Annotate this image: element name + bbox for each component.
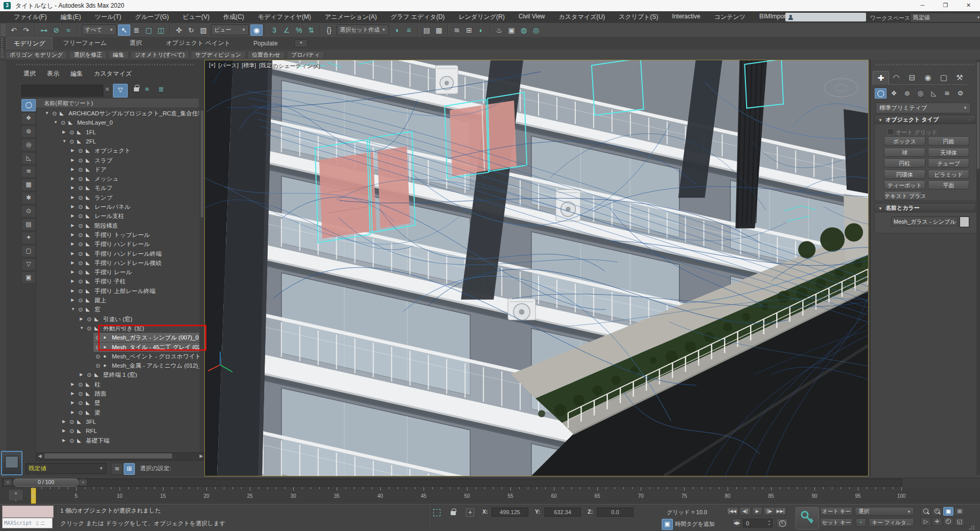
visibility-eye-icon[interactable]: ⊙ — [78, 211, 83, 221]
primitive-button-チューブ[interactable]: チューブ — [928, 159, 969, 167]
collapse-icon[interactable]: ▼ — [62, 137, 66, 146]
unlink-selection-icon[interactable]: ⊘ — [50, 25, 62, 36]
tab-create[interactable]: ✚ — [873, 71, 889, 85]
tree-row[interactable]: ⊙●Mesh_ペイント - グロスホワイト (006) — [36, 352, 199, 361]
visibility-eye-icon[interactable]: ⊙ — [69, 417, 74, 426]
tree-node-label[interactable]: Mesh_金属 - アルミニウム (012)_0 — [112, 361, 199, 370]
tree-row[interactable]: ▶⊙◣蹴上 — [36, 296, 199, 305]
autogrid-checkbox[interactable] — [888, 129, 894, 135]
tree-node-label[interactable]: メッシュ — [95, 174, 199, 183]
expand-icon[interactable]: ▶ — [71, 202, 74, 211]
expand-icon[interactable]: ▶ — [71, 174, 74, 183]
selection-filter-dropdown[interactable]: すべて▼ — [82, 25, 116, 35]
new-key-settings-icon[interactable]: ≈ — [856, 518, 866, 527]
object-type-rollout-header[interactable]: ▼オブジェクト タイプ⋯ — [874, 115, 976, 124]
visibility-eye-icon[interactable]: ⊙ — [78, 230, 83, 239]
expand-icon[interactable]: ▶ — [71, 230, 74, 239]
tree-row[interactable]: ▼⊙◣ARCHICADサンプルプロジェクト_RC造_集合住宅_AC22 — [36, 109, 199, 118]
explorer-menu-表示[interactable]: 表示 — [47, 69, 59, 78]
previous-frame-icon[interactable]: ◀|| — [739, 507, 751, 516]
tree-node-label[interactable]: 2FL — [86, 137, 199, 146]
tree-node-label[interactable]: 3FL — [86, 417, 199, 426]
select-and-link-icon[interactable]: ⊶ — [38, 25, 50, 36]
selection-preset-dropdown[interactable]: 既定値 ▼ — [26, 463, 106, 474]
hierarchy-view-icon[interactable]: ≣ — [158, 85, 164, 93]
tree-row[interactable]: ▶⊙◣RFL — [36, 426, 199, 436]
category-systems-icon[interactable]: ⚙ — [954, 88, 966, 99]
expand-icon[interactable]: ▶ — [71, 277, 74, 286]
bind-to-spacewarp-icon[interactable]: ≈ — [62, 25, 75, 36]
tree-node-label[interactable]: 窓 — [95, 305, 199, 314]
ribbon-tab-Populate[interactable]: Populate — [253, 40, 277, 47]
angle-snap-icon[interactable]: ∠ — [281, 25, 293, 36]
window-crossing-icon[interactable]: ◫ — [155, 25, 167, 36]
reference-coordinate-dropdown[interactable]: ビュー▼ — [211, 25, 249, 35]
expand-icon[interactable]: ▶ — [71, 286, 74, 296]
minimize-button[interactable]: ─ — [911, 0, 934, 11]
search-clear-icon[interactable]: ✕ — [105, 86, 110, 93]
tree-row[interactable]: ▼⊙◣窓 — [36, 305, 199, 314]
rendered-frame-window-icon[interactable]: ▣ — [505, 25, 518, 36]
visibility-eye-icon[interactable]: ⊙ — [78, 408, 83, 417]
schematic-view-icon[interactable]: ⊞ — [463, 25, 475, 36]
tree-row[interactable]: ▶⊙◣手摺り ハンドレール接続 — [36, 258, 199, 268]
tab-modify[interactable]: ◠ — [889, 71, 904, 85]
primitive-button-ボックス[interactable]: ボックス — [884, 137, 925, 146]
menu-作成(C)[interactable]: 作成(C) — [223, 13, 244, 21]
expand-icon[interactable]: ▶ — [62, 426, 65, 436]
visibility-eye-icon[interactable]: ⊙ — [69, 426, 74, 436]
tree-node-label[interactable]: 階段構造 — [95, 221, 199, 230]
display-cameras-icon[interactable]: ◎ — [21, 139, 36, 151]
category-geometry-icon[interactable]: ◯ — [875, 88, 886, 99]
tree-node-label[interactable]: ドア — [95, 165, 199, 174]
tree-row[interactable]: ▶⊙◣手摺り ハンドレール — [36, 239, 199, 249]
visibility-eye-icon[interactable]: ⊙ — [69, 128, 74, 137]
expand-icon[interactable]: ▶ — [71, 211, 74, 221]
expand-icon[interactable]: ▶ — [71, 296, 74, 305]
tree-row[interactable]: ▶⊙◣手摺り トップレール — [36, 230, 199, 239]
edit-named-selections-icon[interactable]: {} — [323, 25, 335, 36]
tree-row[interactable]: ▶⊙◣手摺り 子柱 — [36, 277, 199, 286]
tree-node-label[interactable]: オブジェクト — [95, 146, 199, 155]
tree-node-label[interactable]: 1FL — [86, 128, 199, 137]
tree-row[interactable]: ▶⊙◣柱 — [36, 380, 199, 389]
visibility-eye-icon[interactable]: ⊙ — [78, 305, 83, 314]
ribbon-subtab-編集[interactable]: 編集 — [108, 51, 129, 59]
filter-selected-icon[interactable]: ▽ — [21, 258, 36, 271]
pin-explorer-icon[interactable]: ▣ — [21, 272, 36, 284]
tree-row[interactable]: ▶⊙◣3FL — [36, 417, 199, 426]
expand-icon[interactable]: ▶ — [80, 370, 83, 379]
visibility-eye-icon[interactable]: ⊙ — [69, 436, 74, 445]
tree-node-label[interactable]: 手摺り ハンドレール — [95, 239, 199, 249]
menu-レンダリング(R)[interactable]: レンダリング(R) — [458, 13, 504, 21]
display-groups-icon[interactable]: ▦ — [21, 179, 36, 191]
mirror-icon[interactable]: ◑ — [390, 25, 403, 36]
menu-グループ(G)[interactable]: グループ(G) — [135, 13, 169, 21]
primitive-button-円錐[interactable]: 円錐 — [928, 137, 969, 146]
panel-grip[interactable] — [16, 64, 194, 65]
lock-icon[interactable] — [134, 87, 139, 91]
menu-コンテンツ[interactable]: コンテンツ — [714, 13, 745, 21]
expand-icon[interactable]: ▶ — [71, 193, 74, 202]
tree-node-label[interactable]: 手摺り レール — [95, 268, 199, 277]
visibility-eye-icon[interactable]: ⊙ — [96, 361, 100, 370]
set-key-button[interactable]: セット キー — [820, 518, 853, 527]
zoom-icon[interactable] — [921, 507, 931, 516]
menu-ビュー(V)[interactable]: ビュー(V) — [183, 13, 210, 21]
visibility-eye-icon[interactable]: ⊙ — [78, 239, 83, 249]
selection-lock-icon[interactable] — [451, 511, 456, 515]
expand-icon[interactable]: ▶ — [71, 239, 74, 249]
list-view-icon[interactable]: ≡ — [145, 85, 149, 93]
tree-row[interactable]: ▼⊙◣2FL — [36, 137, 199, 146]
perspective-viewport[interactable]: [+][パース][標準][既定のシェーディング] — [204, 60, 869, 476]
explorer-menu-カスタマイズ[interactable]: カスタマイズ — [94, 69, 132, 78]
ribbon-tab-オブジェクト ペイント[interactable]: オブジェクト ペイント — [166, 39, 230, 47]
tree-row[interactable]: ▶⊙◣ランプ — [36, 193, 199, 202]
tree-node-label[interactable]: 手摺り 子柱 — [95, 277, 199, 286]
align-icon[interactable]: ≡ — [403, 25, 415, 36]
tree-node-label[interactable]: 手摺り ハンドレール終端 — [95, 249, 199, 258]
expand-icon[interactable]: ▶ — [71, 398, 74, 407]
tree-row[interactable]: ▶⊙◣壁 — [36, 398, 199, 407]
tree-node-label[interactable]: Mesh_ペイント - グロスホワイト (006) — [112, 352, 199, 361]
dock-corner-button[interactable] — [1, 451, 22, 475]
